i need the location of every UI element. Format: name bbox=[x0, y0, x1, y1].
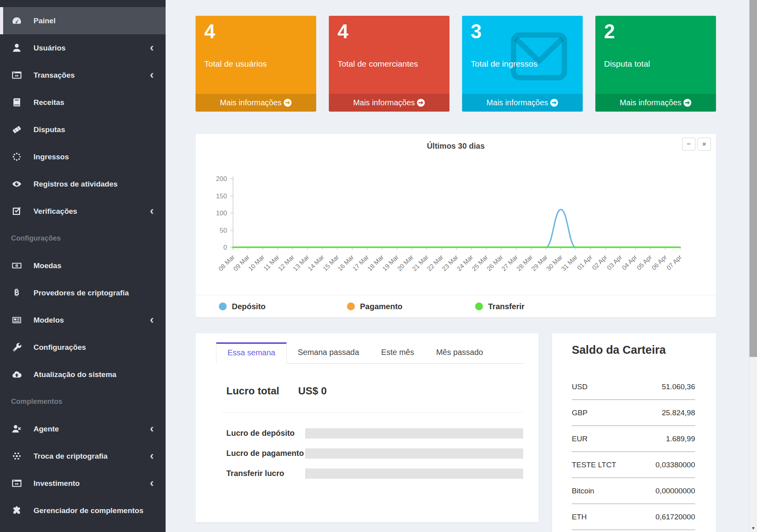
sidebar-item[interactable] bbox=[0, 524, 166, 532]
sidebar-item[interactable]: Usuários‹ bbox=[0, 34, 166, 62]
wallet-amount: 25.824,98 bbox=[662, 409, 695, 417]
svg-text:15 Mar: 15 Mar bbox=[321, 254, 340, 273]
wallet-amount: 1.689,99 bbox=[666, 435, 695, 443]
profit-row-label: Lucro de depósito bbox=[226, 427, 305, 439]
svg-text:31 Mar: 31 Mar bbox=[560, 254, 579, 273]
sidebar-item[interactable]: Painel bbox=[0, 7, 166, 34]
svg-text:03 Apr: 03 Apr bbox=[606, 254, 623, 271]
wallet-currency: ETH bbox=[572, 513, 587, 521]
sidebar-item[interactable]: Transações‹ bbox=[0, 62, 166, 89]
sidebar-item[interactable]: Modelos‹ bbox=[0, 306, 166, 334]
svg-text:17 Mar: 17 Mar bbox=[351, 254, 370, 273]
main-content: 4Total de usuáriosMais informações4Total… bbox=[166, 0, 748, 532]
tab-este-m-s[interactable]: Este mês bbox=[370, 342, 425, 363]
sidebar-item[interactable]: Investimento‹ bbox=[0, 470, 166, 497]
sidebar-item-label: Registros de atividades bbox=[34, 180, 154, 189]
puzzle-icon bbox=[10, 505, 23, 517]
stat-box: 2Disputa totalMais informações bbox=[595, 16, 716, 112]
chart-legend: DepósitoPagamentoTransferir bbox=[196, 295, 716, 317]
svg-text:12 Mar: 12 Mar bbox=[277, 254, 296, 273]
sidebar-item[interactable]: Provedores de criptografia bbox=[0, 279, 166, 306]
arrow-circle-right-icon bbox=[283, 99, 292, 107]
dashboard-icon bbox=[10, 15, 23, 27]
sidebar-section-header: Complementos bbox=[0, 388, 166, 415]
sidebar-item-label: Provedores de criptografia bbox=[34, 289, 154, 297]
svg-text:22 Mar: 22 Mar bbox=[426, 254, 445, 273]
sidebar-item[interactable]: Verificações‹ bbox=[0, 198, 166, 225]
svg-text:21 Mar: 21 Mar bbox=[411, 254, 430, 273]
cloud-upload-icon bbox=[10, 369, 23, 381]
wrench-icon bbox=[10, 342, 23, 353]
transactions-icon bbox=[10, 478, 23, 489]
svg-text:200: 200 bbox=[216, 175, 227, 183]
ticket-icon bbox=[10, 124, 23, 136]
profit-row: Lucro de pagamento bbox=[226, 447, 523, 459]
svg-text:10 Mar: 10 Mar bbox=[247, 254, 266, 273]
wallet-panel: Saldo da Carteira USD51.060,36GBP25.824,… bbox=[552, 333, 716, 532]
stat-label: Total de usuários bbox=[196, 43, 316, 69]
tab-m-s-passado[interactable]: Mês passado bbox=[425, 342, 494, 363]
transactions-icon bbox=[10, 69, 23, 81]
more-info-link[interactable]: Mais informações bbox=[462, 94, 583, 112]
tab-semana-passada[interactable]: Semana passada bbox=[287, 342, 370, 363]
stat-label: Total de ingressos bbox=[462, 43, 583, 69]
svg-text:100: 100 bbox=[216, 209, 227, 217]
legend-item: Pagamento bbox=[347, 302, 475, 311]
arrow-circle-right-icon bbox=[550, 99, 558, 107]
sidebar-section-header: Configurações bbox=[0, 225, 166, 252]
more-info-link[interactable]: Mais informações bbox=[329, 94, 449, 112]
wallet-currency: TESTE LTCT bbox=[572, 461, 616, 469]
profit-row: Lucro de depósito bbox=[226, 427, 523, 439]
sidebar-item[interactable]: Disputas bbox=[0, 116, 166, 143]
sidebar-item-label: Disputas bbox=[34, 125, 154, 134]
svg-text:27 Mar: 27 Mar bbox=[500, 254, 519, 273]
svg-text:09 Mar: 09 Mar bbox=[232, 254, 251, 273]
arrow-circle-right-icon bbox=[683, 99, 692, 107]
sidebar-item[interactable]: Configurações bbox=[0, 334, 166, 361]
scroll-down-button[interactable]: ▼ bbox=[750, 524, 757, 532]
spinner-icon bbox=[10, 151, 23, 163]
stat-box: 4Total de usuáriosMais informações bbox=[196, 16, 316, 112]
wallet-amount: 51.060,36 bbox=[662, 383, 695, 391]
svg-text:28 Mar: 28 Mar bbox=[515, 254, 534, 273]
svg-text:0: 0 bbox=[224, 244, 227, 251]
close-button[interactable]: × bbox=[697, 138, 711, 151]
sidebar-item[interactable]: Receitas bbox=[0, 89, 166, 116]
sidebar-item[interactable]: Gerenciador de complementos bbox=[0, 497, 166, 524]
sidebar-item-label: Ingressos bbox=[34, 153, 154, 161]
money-icon bbox=[10, 260, 23, 272]
sidebar-item[interactable]: Ingressos bbox=[0, 143, 166, 170]
stat-box: 4Total de comerciantesMais informações bbox=[329, 16, 449, 112]
minimize-button[interactable]: − bbox=[682, 138, 695, 151]
hive-icon bbox=[10, 450, 23, 462]
svg-text:04 Apr: 04 Apr bbox=[621, 254, 638, 271]
profit-total-label: Lucro total bbox=[226, 385, 279, 397]
svg-text:20 Mar: 20 Mar bbox=[396, 254, 415, 273]
profit-row-label: Transferir lucro bbox=[226, 467, 305, 480]
sidebar-item-label: Gerenciador de complementos bbox=[34, 506, 154, 515]
tab-essa-semana[interactable]: Essa semana bbox=[216, 342, 287, 364]
wallet-amount: 0,03380000 bbox=[656, 461, 695, 469]
more-info-link[interactable]: Mais informações bbox=[595, 94, 716, 112]
svg-text:30 Mar: 30 Mar bbox=[545, 254, 564, 273]
stat-value: 4 bbox=[329, 16, 449, 43]
scrollbar-thumb[interactable] bbox=[750, 0, 757, 357]
legend-dot-icon bbox=[347, 302, 355, 310]
wallet-row: GBP25.824,98 bbox=[572, 400, 695, 426]
sidebar-item[interactable]: Agente‹ bbox=[0, 415, 166, 442]
sidebar: PainelUsuários‹Transações‹ReceitasDisput… bbox=[0, 0, 166, 532]
sidebar-item-label: Troca de criptografia bbox=[34, 452, 150, 461]
sidebar-item[interactable]: Atualização do sistema bbox=[0, 361, 166, 388]
tab-bar: Essa semanaSemana passadaEste mêsMês pas… bbox=[216, 342, 523, 364]
svg-text:24 Mar: 24 Mar bbox=[456, 254, 475, 273]
svg-text:18 Mar: 18 Mar bbox=[366, 254, 385, 273]
book-icon bbox=[10, 97, 23, 108]
more-info-link[interactable]: Mais informações bbox=[196, 94, 316, 112]
sidebar-item[interactable]: Moedas bbox=[0, 252, 166, 279]
sidebar-item[interactable]: Registros de atividades bbox=[0, 170, 166, 198]
wallet-row: EUR1.689,99 bbox=[572, 426, 695, 452]
wallet-currency: GBP bbox=[572, 409, 587, 417]
sidebar-item[interactable]: Troca de criptografia‹ bbox=[0, 442, 166, 470]
eye-icon bbox=[10, 178, 23, 190]
sidebar-item-label: Atualização do sistema bbox=[34, 370, 154, 379]
